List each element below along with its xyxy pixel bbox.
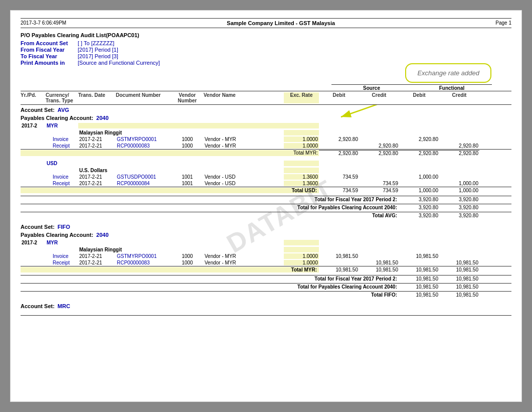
avg-usd-invoice-row: Invoice 2017-2-21 GSTUSDPO0001 1001 Vend…: [21, 174, 511, 180]
source-group-label: Source Functional: [331, 84, 492, 91]
col-vendor-name: Vendor Name: [204, 92, 284, 103]
fifo-fiscal-year-total-row: Total for Fiscal Year 2017 Period 2: 10,…: [21, 275, 511, 282]
avg-usd-receipt-row: Receipt 2017-2-21 RCP00000084 1001 Vendo…: [21, 180, 511, 187]
col-yr-pd: Yr./Pd.: [21, 92, 46, 103]
col-trans-date: Trans. Date: [78, 92, 116, 103]
col-exc-rate: Exc. Rate: [284, 92, 319, 103]
avg-myr-invoice-row: Invoice 2017-2-21 GSTMYRPO0001 1000 Vend…: [21, 136, 511, 143]
col-src-debit: Debit: [319, 92, 359, 103]
col-vendor-number: Vendor Number: [171, 92, 204, 103]
fifo-set-total-row: Total FIFO: 10,981.50 10,981.50: [21, 291, 511, 298]
col-doc-number: Document Number: [116, 92, 171, 103]
param-from-account-set: From Account Set [ ] To [ZZZZZZ]: [21, 40, 511, 46]
column-headers: Yr./Pd. Currency/ Trans. Type Trans. Dat…: [21, 91, 511, 105]
fifo-total-myr-row: Total MYR: 10,981.50 10,981.50 10,981.50…: [21, 266, 511, 273]
page-number: Page 1: [495, 20, 511, 26]
avg-set-total-row: Total AVG: 3,920.80 3,920.80: [21, 212, 511, 219]
page-footer-border: [21, 315, 511, 316]
column-headers-container: Source Functional Yr./Pd. Currency/ Tran…: [21, 91, 511, 105]
avg-fiscal-year-total-row: Total for Fiscal Year 2017 Period 2: 3,9…: [21, 196, 511, 203]
col-src-credit: Credit: [359, 92, 399, 103]
col-func-debit: Debit: [399, 92, 439, 103]
avg-account-total-row: Total for Payables Clearing Account 2040…: [21, 204, 511, 211]
col-func-credit: Credit: [439, 92, 479, 103]
fifo-myr-receipt-row: Receipt 2017-2-21 RCP00000083 1000 Vendo…: [21, 259, 511, 266]
col-currency-trans-type: Currency/ Trans. Type: [46, 92, 78, 103]
fifo-year-row: 2017-2 MYR: [21, 239, 511, 246]
callout-text: Exchange rate added: [417, 69, 479, 77]
param-from-fiscal-year: From Fiscal Year [2017] Period [1]: [21, 47, 511, 53]
report-page: 2017-3-7 6:06:49PM Sample Company Limite…: [10, 10, 522, 402]
params-section: From Account Set [ ] To [ZZZZZZ] From Fi…: [21, 40, 511, 66]
callout-box: Exchange rate added: [405, 63, 491, 83]
report-datetime: 2017-3-7 6:06:49PM: [21, 20, 66, 26]
report-header: 2017-3-7 6:06:49PM Sample Company Limite…: [21, 18, 511, 28]
account-set-avg: Account Set: AVG: [21, 105, 511, 114]
avg-total-myr-row: Total MYR: 2,920.80 2,920.80 2,920.80 2,…: [21, 149, 511, 157]
fifo-account-total-row: Total for Payables Clearing Account 2040…: [21, 283, 511, 290]
clearing-account-2040-avg: Payables Clearing Account: 2040: [21, 114, 511, 122]
usd-row: USD: [21, 160, 511, 167]
account-set-fifo: Account Set: FIFO: [21, 222, 511, 231]
fifo-myr-invoice-row: Invoice 2017-2-21 GSTMYRPO0001 1000 Vend…: [21, 253, 511, 259]
data-table: Account Set: AVG Payables Clearing Accou…: [21, 105, 511, 310]
clearing-account-2040-fifo: Payables Clearing Account: 2040: [21, 231, 511, 239]
avg-myr-receipt-row: Receipt 2017-2-21 RCP00000083 1000 Vendo…: [21, 143, 511, 149]
account-set-mrc: Account Set: MRC: [21, 301, 511, 310]
report-title: P/O Payables Clearing Audit List(POAAPC0…: [21, 32, 511, 38]
year-myr-row: 2017-2 MYR: [21, 122, 511, 129]
avg-total-usd-row: Total USD: 734.59 734.59 1,000.00 1,000.…: [21, 187, 511, 194]
usd-currency-name-row: U.S. Dollars: [21, 167, 511, 174]
param-to-fiscal-year: To Fiscal Year [2017] Period [3]: [21, 53, 511, 59]
company-name: Sample Company Limited - GST Malaysia: [227, 20, 335, 26]
myr-currency-name-row: Malaysian Ringgit: [21, 129, 511, 136]
fifo-myr-name-row: Malaysian Ringgit: [21, 246, 511, 253]
